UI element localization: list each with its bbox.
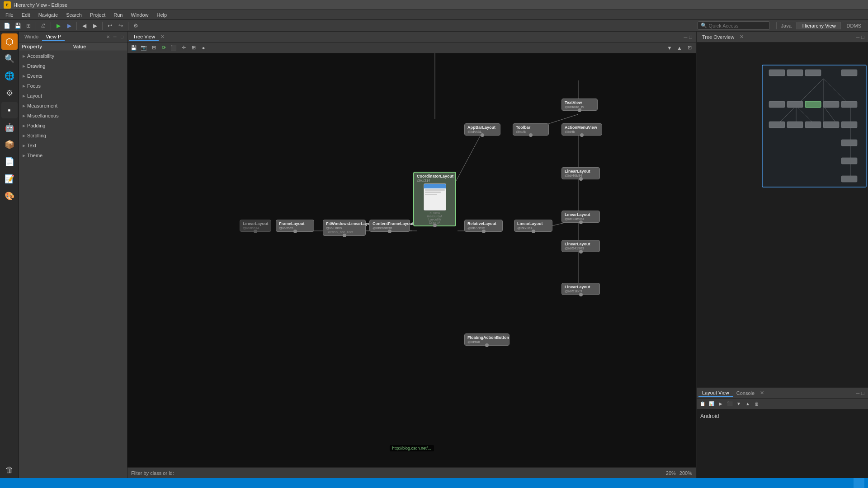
- sidebar-settings[interactable]: ⚙: [1, 85, 18, 101]
- menu-navigate[interactable]: Navigate: [35, 11, 61, 19]
- sidebar-notes[interactable]: 📝: [1, 171, 18, 187]
- sidebar-paint[interactable]: 🎨: [1, 188, 18, 204]
- toolbar-save[interactable]: 💾: [13, 21, 23, 31]
- sidebar-trash[interactable]: 🗑: [1, 462, 18, 478]
- bp-btn-1[interactable]: 📋: [698, 400, 707, 408]
- tv-maximize-icon[interactable]: □: [689, 34, 692, 40]
- prop-scrolling[interactable]: ▶ Scrolling: [19, 131, 127, 141]
- tv-btn-fit[interactable]: ⊡: [685, 43, 694, 52]
- node-appbar[interactable]: AppBarLayout @id/ABL: [464, 123, 500, 136]
- node-toolbar[interactable]: Toolbar @id/tb: [513, 123, 549, 136]
- prop-layout[interactable]: ▶ Layout: [19, 91, 127, 101]
- toolbar-run[interactable]: ▶: [53, 21, 63, 31]
- menu-file[interactable]: File: [2, 11, 17, 19]
- bp-minimize[interactable]: ─: [856, 390, 860, 396]
- tab-tree-view[interactable]: Tree View: [129, 33, 159, 41]
- node-framelayout[interactable]: FrameLayout @id/fbc5: [276, 220, 314, 232]
- toolbar-new[interactable]: 📄: [2, 21, 12, 31]
- overview-canvas[interactable]: [697, 42, 868, 387]
- prop-padding[interactable]: ▶ Padding: [19, 121, 127, 131]
- tab-console[interactable]: Console: [733, 389, 758, 397]
- node-linear2[interactable]: LinearLayout @id/13b9c3: [561, 211, 600, 223]
- node-linear4[interactable]: LinearLayout @id/541963: [561, 240, 600, 252]
- toolbar-debug[interactable]: ▶: [64, 21, 74, 31]
- tv-btn-refresh-green[interactable]: ⟳: [159, 43, 168, 52]
- perspective-java[interactable]: Java: [776, 22, 797, 29]
- overview-tab-close[interactable]: ✕: [740, 34, 744, 40]
- minimize-icon[interactable]: ─: [112, 34, 118, 40]
- tv-minimize-icon[interactable]: ─: [684, 34, 688, 40]
- tv-btn-zoom-in[interactable]: ▲: [675, 43, 684, 52]
- node-fab[interactable]: FloatingActionButton @id/fab: [464, 333, 509, 346]
- tv-tab-close[interactable]: ✕: [160, 34, 165, 40]
- bp-btn-6[interactable]: ▲: [744, 400, 752, 408]
- prop-miscellaneous[interactable]: ▶ Miscellaneous: [19, 111, 127, 121]
- tree-canvas[interactable]: TextView @id/fade_tv AppBarLayout @id/AB…: [127, 53, 696, 467]
- node-relativelayout[interactable]: RelativeLayout @id/77c9e: [464, 220, 503, 232]
- tv-btn-grid[interactable]: ⊞: [189, 43, 198, 52]
- prop-accessibility[interactable]: ▶ Accessibility: [19, 51, 127, 61]
- perspective-hierarchy[interactable]: Hierarchy View: [797, 22, 841, 29]
- maximize-icon[interactable]: □: [119, 34, 125, 40]
- menu-search[interactable]: Search: [62, 11, 85, 19]
- tv-btn-save[interactable]: 💾: [129, 43, 138, 52]
- prop-theme[interactable]: ▶ Theme: [19, 150, 127, 160]
- overview-maximize[interactable]: □: [861, 34, 864, 40]
- prop-text[interactable]: ▶ Text: [19, 141, 127, 150]
- tv-btn-dot[interactable]: ●: [199, 43, 208, 52]
- node-linear5[interactable]: LinearLayout @id/51bc3: [561, 283, 600, 295]
- toolbar-print[interactable]: 🖨: [38, 21, 48, 31]
- node-coordinator[interactable]: CoordinatorLayout @id/214 ⊞ ZI Viewmeasu: [413, 172, 456, 226]
- menu-window[interactable]: Window: [127, 11, 152, 19]
- toolbar-build[interactable]: ⚙: [131, 21, 141, 31]
- tab-view-props[interactable]: View P: [42, 33, 65, 41]
- toolbar-back[interactable]: ◀: [79, 21, 89, 31]
- tv-btn-zoom-out[interactable]: ▼: [665, 43, 674, 52]
- prop-focus[interactable]: ▶ Focus: [19, 81, 127, 91]
- bp-btn-4[interactable]: ⬛: [726, 400, 734, 408]
- menu-edit[interactable]: Edit: [18, 11, 34, 19]
- tab-layout-view[interactable]: Layout View: [698, 389, 733, 397]
- perspective-ddms[interactable]: DDMS: [842, 22, 866, 29]
- node-leftlabel[interactable]: LinearLayout @id/fbc34: [240, 220, 271, 232]
- tab-close[interactable]: ✕: [106, 34, 110, 39]
- sidebar-package[interactable]: 📦: [1, 136, 18, 153]
- menu-help[interactable]: Help: [153, 11, 171, 19]
- bp-maximize[interactable]: □: [861, 390, 864, 396]
- toolbar-save-all[interactable]: ⊞: [24, 21, 33, 31]
- bp-btn-7[interactable]: 🗑: [753, 400, 761, 408]
- menu-project[interactable]: Project: [86, 11, 109, 19]
- prop-drawing[interactable]: ▶ Drawing: [19, 61, 127, 71]
- tab-tree-overview[interactable]: Tree Overview: [698, 33, 738, 41]
- overview-minimize[interactable]: ─: [856, 34, 860, 40]
- bp-btn-2[interactable]: 📊: [708, 400, 716, 408]
- sidebar-android[interactable]: 🤖: [1, 119, 18, 136]
- sidebar-files[interactable]: 📄: [1, 154, 18, 170]
- prop-measurement[interactable]: ▶ Measurement: [19, 101, 127, 111]
- toolbar-redo[interactable]: ↪: [116, 21, 126, 31]
- node-actionmenu[interactable]: ActionMenuView @id/tb: [561, 123, 602, 136]
- node-linear3[interactable]: LinearLayout @id/78c1: [514, 220, 552, 232]
- tv-btn-capture[interactable]: 📷: [139, 43, 148, 52]
- tv-btn-crosshair[interactable]: ✛: [179, 43, 188, 52]
- node-fitwindows[interactable]: FitWindowsLinearLayout @id/Hmin +action_…: [323, 220, 366, 236]
- tab-window[interactable]: Windo: [21, 33, 42, 41]
- sidebar-terminal[interactable]: ▪: [1, 102, 18, 118]
- toolbar-undo[interactable]: ↩: [105, 21, 115, 31]
- sidebar-search[interactable]: 🔍: [1, 51, 18, 67]
- node-textview[interactable]: TextView @id/fade_tv: [561, 99, 598, 111]
- sidebar-eclipse-logo[interactable]: ⬡: [1, 33, 18, 50]
- node-coordinator-expand[interactable]: ⊞: [453, 174, 457, 178]
- bp-btn-5[interactable]: ▼: [735, 400, 743, 408]
- menu-run[interactable]: Run: [110, 11, 126, 19]
- node-linear1[interactable]: LinearLayout @id/46b94: [561, 167, 600, 179]
- filter-input[interactable]: [178, 470, 662, 476]
- quick-access-input[interactable]: [709, 23, 768, 28]
- bp-btn-3[interactable]: ▶: [717, 400, 725, 408]
- node-contentframe[interactable]: ContentFrameLayout @id/content: [369, 220, 410, 232]
- bp-tab-close[interactable]: ✕: [760, 390, 764, 396]
- prop-events[interactable]: ▶ Events: [19, 71, 127, 81]
- toolbar-forward[interactable]: ▶: [90, 21, 100, 31]
- tv-btn-stop[interactable]: ⬛: [169, 43, 178, 52]
- sidebar-browser[interactable]: 🌐: [1, 68, 18, 84]
